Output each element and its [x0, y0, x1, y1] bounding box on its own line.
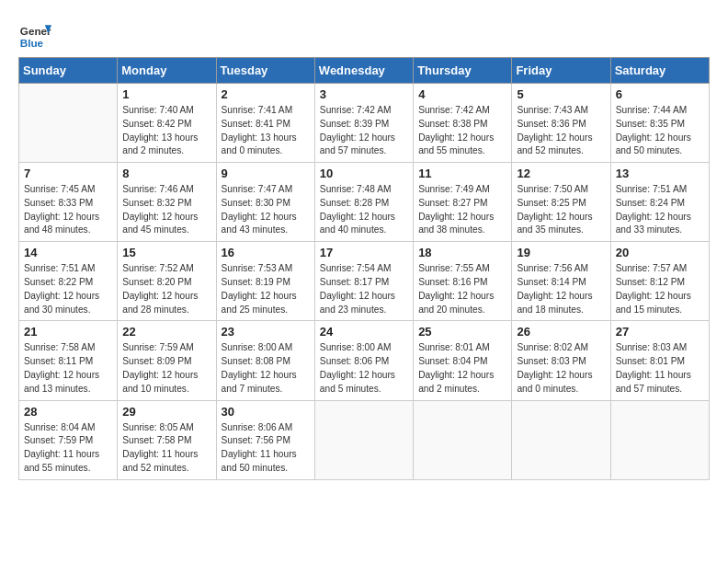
- day-number: 21: [24, 325, 112, 339]
- day-info: Sunrise: 7:41 AMSunset: 8:41 PMDaylight:…: [222, 104, 310, 158]
- calendar-day: 7Sunrise: 7:45 AMSunset: 8:33 PMDaylight…: [19, 163, 118, 242]
- calendar-day: 9Sunrise: 7:47 AMSunset: 8:30 PMDaylight…: [216, 163, 314, 242]
- day-info: Sunrise: 7:52 AMSunset: 8:20 PMDaylight:…: [122, 262, 210, 316]
- calendar-day: 26Sunrise: 8:02 AMSunset: 8:03 PMDayligh…: [512, 321, 610, 400]
- day-header-monday: Monday: [118, 58, 216, 84]
- day-info: Sunrise: 8:06 AMSunset: 7:56 PMDaylight:…: [222, 421, 310, 476]
- calendar-day: 4Sunrise: 7:42 AMSunset: 8:38 PMDaylight…: [414, 84, 512, 163]
- calendar-day: 18Sunrise: 7:55 AMSunset: 8:16 PMDayligh…: [414, 242, 512, 321]
- calendar-week-1: 1Sunrise: 7:40 AMSunset: 8:42 PMDaylight…: [19, 84, 710, 163]
- day-info: Sunrise: 8:00 AMSunset: 8:06 PMDaylight:…: [320, 341, 408, 396]
- day-number: 30: [222, 405, 310, 419]
- day-info: Sunrise: 7:57 AMSunset: 8:12 PMDaylight:…: [616, 262, 704, 316]
- calendar-day: 8Sunrise: 7:46 AMSunset: 8:32 PMDaylight…: [118, 163, 216, 242]
- day-number: 26: [517, 325, 605, 339]
- calendar-header-row: SundayMondayTuesdayWednesdayThursdayFrid…: [19, 58, 710, 84]
- calendar-day: 24Sunrise: 8:00 AMSunset: 8:06 PMDayligh…: [314, 321, 413, 400]
- day-info: Sunrise: 7:51 AMSunset: 8:24 PMDaylight:…: [616, 183, 704, 237]
- day-info: Sunrise: 7:47 AMSunset: 8:30 PMDaylight:…: [222, 183, 310, 237]
- svg-text:Blue: Blue: [20, 37, 44, 49]
- day-number: 20: [616, 246, 704, 259]
- day-number: 28: [24, 405, 112, 419]
- logo-icon: General Blue: [18, 18, 51, 52]
- calendar-day: [610, 400, 709, 479]
- calendar-day: 10Sunrise: 7:48 AMSunset: 8:28 PMDayligh…: [314, 163, 413, 242]
- day-number: 17: [320, 246, 408, 259]
- calendar-day: 3Sunrise: 7:42 AMSunset: 8:39 PMDaylight…: [314, 84, 413, 163]
- day-info: Sunrise: 7:46 AMSunset: 8:32 PMDaylight:…: [122, 183, 210, 237]
- calendar-day: 22Sunrise: 7:59 AMSunset: 8:09 PMDayligh…: [118, 321, 216, 400]
- day-info: Sunrise: 7:55 AMSunset: 8:16 PMDaylight:…: [418, 262, 506, 316]
- calendar-day: 21Sunrise: 7:58 AMSunset: 8:11 PMDayligh…: [19, 321, 118, 400]
- calendar: SundayMondayTuesdayWednesdayThursdayFrid…: [18, 57, 710, 480]
- calendar-day: 27Sunrise: 8:03 AMSunset: 8:01 PMDayligh…: [610, 321, 709, 400]
- calendar-day: 11Sunrise: 7:49 AMSunset: 8:27 PMDayligh…: [414, 163, 512, 242]
- calendar-day: 13Sunrise: 7:51 AMSunset: 8:24 PMDayligh…: [610, 163, 709, 242]
- day-info: Sunrise: 7:43 AMSunset: 8:36 PMDaylight:…: [517, 104, 605, 158]
- calendar-day: [512, 400, 610, 479]
- day-info: Sunrise: 8:03 AMSunset: 8:01 PMDaylight:…: [616, 341, 704, 396]
- day-info: Sunrise: 8:02 AMSunset: 8:03 PMDaylight:…: [517, 341, 605, 396]
- calendar-day: 19Sunrise: 7:56 AMSunset: 8:14 PMDayligh…: [512, 242, 610, 321]
- day-header-saturday: Saturday: [610, 58, 709, 84]
- day-number: 8: [122, 167, 210, 180]
- day-number: 13: [616, 167, 704, 180]
- day-header-tuesday: Tuesday: [216, 58, 314, 84]
- day-header-friday: Friday: [512, 58, 610, 84]
- calendar-day: [19, 84, 118, 163]
- day-number: 3: [320, 87, 408, 101]
- calendar-week-5: 28Sunrise: 8:04 AMSunset: 7:59 PMDayligh…: [19, 400, 710, 479]
- day-info: Sunrise: 7:58 AMSunset: 8:11 PMDaylight:…: [24, 341, 112, 396]
- calendar-day: [314, 400, 413, 479]
- day-number: 22: [122, 325, 210, 339]
- calendar-week-3: 14Sunrise: 7:51 AMSunset: 8:22 PMDayligh…: [19, 242, 710, 321]
- day-number: 24: [320, 325, 408, 339]
- calendar-day: 25Sunrise: 8:01 AMSunset: 8:04 PMDayligh…: [414, 321, 512, 400]
- day-number: 19: [517, 246, 605, 259]
- calendar-day: [414, 400, 512, 479]
- day-info: Sunrise: 7:45 AMSunset: 8:33 PMDaylight:…: [24, 183, 112, 237]
- day-number: 27: [616, 325, 704, 339]
- day-number: 10: [320, 167, 408, 180]
- day-number: 29: [122, 405, 210, 419]
- calendar-week-2: 7Sunrise: 7:45 AMSunset: 8:33 PMDaylight…: [19, 163, 710, 242]
- calendar-day: 16Sunrise: 7:53 AMSunset: 8:19 PMDayligh…: [216, 242, 314, 321]
- day-number: 2: [222, 87, 310, 101]
- calendar-day: 29Sunrise: 8:05 AMSunset: 7:58 PMDayligh…: [118, 400, 216, 479]
- day-info: Sunrise: 8:05 AMSunset: 7:58 PMDaylight:…: [122, 421, 210, 476]
- day-number: 5: [517, 87, 605, 101]
- day-number: 12: [517, 167, 605, 180]
- day-number: 25: [418, 325, 506, 339]
- day-number: 16: [222, 246, 310, 259]
- day-info: Sunrise: 7:40 AMSunset: 8:42 PMDaylight:…: [122, 104, 210, 158]
- day-info: Sunrise: 8:00 AMSunset: 8:08 PMDaylight:…: [222, 341, 310, 396]
- day-number: 9: [222, 167, 310, 180]
- day-info: Sunrise: 7:48 AMSunset: 8:28 PMDaylight:…: [320, 183, 408, 237]
- day-info: Sunrise: 8:04 AMSunset: 7:59 PMDaylight:…: [24, 421, 112, 476]
- calendar-day: 6Sunrise: 7:44 AMSunset: 8:35 PMDaylight…: [610, 84, 709, 163]
- day-info: Sunrise: 7:54 AMSunset: 8:17 PMDaylight:…: [320, 262, 408, 316]
- day-header-thursday: Thursday: [414, 58, 512, 84]
- day-number: 4: [418, 87, 506, 101]
- day-info: Sunrise: 7:51 AMSunset: 8:22 PMDaylight:…: [24, 262, 112, 316]
- day-number: 14: [24, 246, 112, 259]
- calendar-day: 23Sunrise: 8:00 AMSunset: 8:08 PMDayligh…: [216, 321, 314, 400]
- day-number: 18: [418, 246, 506, 259]
- calendar-day: 15Sunrise: 7:52 AMSunset: 8:20 PMDayligh…: [118, 242, 216, 321]
- day-info: Sunrise: 7:59 AMSunset: 8:09 PMDaylight:…: [122, 341, 210, 396]
- day-number: 1: [122, 87, 210, 101]
- calendar-day: 1Sunrise: 7:40 AMSunset: 8:42 PMDaylight…: [118, 84, 216, 163]
- day-number: 15: [122, 246, 210, 259]
- day-header-wednesday: Wednesday: [314, 58, 413, 84]
- day-info: Sunrise: 7:42 AMSunset: 8:38 PMDaylight:…: [418, 104, 506, 158]
- day-info: Sunrise: 7:56 AMSunset: 8:14 PMDaylight:…: [517, 262, 605, 316]
- day-number: 6: [616, 87, 704, 101]
- day-info: Sunrise: 7:53 AMSunset: 8:19 PMDaylight:…: [222, 262, 310, 316]
- day-info: Sunrise: 7:42 AMSunset: 8:39 PMDaylight:…: [320, 104, 408, 158]
- day-number: 11: [418, 167, 506, 180]
- logo: General Blue: [18, 18, 51, 52]
- day-info: Sunrise: 7:44 AMSunset: 8:35 PMDaylight:…: [616, 104, 704, 158]
- calendar-day: 17Sunrise: 7:54 AMSunset: 8:17 PMDayligh…: [314, 242, 413, 321]
- calendar-day: 5Sunrise: 7:43 AMSunset: 8:36 PMDaylight…: [512, 84, 610, 163]
- day-info: Sunrise: 7:49 AMSunset: 8:27 PMDaylight:…: [418, 183, 506, 237]
